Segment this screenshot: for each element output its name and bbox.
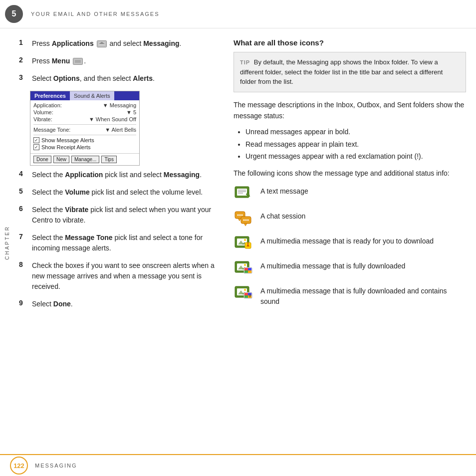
top-bar: 5 YOUR EMAIL AND OTHER MESSAGES [0,0,476,28]
step-1-num: 1 [19,38,30,46]
chapter-sidebar: CHAPTER [0,28,14,457]
text-message-label: A text message [260,184,308,197]
step-6-text: Select the Vibrate pick list and select … [32,205,219,226]
svg-point-16 [238,214,239,216]
text-message-icon [234,184,253,202]
bullet-list: Unread messages appear in bold. Read mes… [245,126,466,162]
svg-point-34 [244,264,246,266]
icon-row-mms-download: A multimedia message that is ready for y… [234,234,466,252]
svg-point-44 [244,289,246,291]
body-text-1: The message descriptions in the Inbox, O… [234,99,466,122]
icon-row-text-message: A text message [234,184,466,202]
step-6-num: 6 [19,205,30,213]
svg-point-17 [239,214,241,216]
screenshot-body: Application: ▼ Messaging Volume: ▼ 5 Vib… [30,100,139,153]
screenshot-buttons: Done New Manage... Tips [30,153,139,165]
row-volume: Volume: ▼ 5 [33,109,136,115]
step-7-text: Select the Message Tone pick list and se… [32,233,219,253]
step-8-num: 8 [19,260,30,268]
bullet-2: Read messages appear in plain text. [245,139,466,150]
chat-session-label: A chat session [260,209,305,222]
check-show-message: ✓ Show Message Alerts [33,137,136,143]
svg-marker-13 [238,219,241,221]
svg-rect-39 [248,270,251,273]
icon-row-mms-downloaded: A multimedia message that is fully downl… [234,259,466,277]
tip-box: TIP By default, the Messaging app shows … [234,52,466,92]
svg-point-26 [244,239,246,241]
tip-label: TIP [240,59,250,65]
mms-sound-label: A multimedia message that is fully downl… [260,284,466,307]
step-2: 2 Press Menu . [19,56,219,66]
icon-row-mms-sound: A multimedia message that is fully downl… [234,284,466,307]
step-1-text: Press Applications and select Messaging. [32,38,181,49]
row-message-tone: Message Tone: ▼ Alert Bells [33,127,136,133]
left-column: 1 Press Applications and select Messagin… [14,28,229,457]
step-9: 9 Select Done. [19,299,219,309]
svg-rect-37 [248,268,251,270]
mms-download-label: A multimedia message that is ready for y… [260,234,434,246]
sidebar-label: CHAPTER [4,226,10,260]
svg-rect-48 [244,295,248,298]
bullet-1: Unread messages appear in bold. [245,126,466,137]
step-2-num: 2 [19,56,30,64]
section-title: What are all those icons? [234,38,466,47]
divider-1 [33,124,136,125]
svg-point-19 [243,219,245,221]
svg-point-18 [241,214,243,216]
step-4-text: Select the Application pick list and sel… [32,170,202,180]
body-text-2: The following icons show the message typ… [234,168,466,179]
step-9-text: Select Done. [32,299,73,309]
step-8: 8 Check the boxes if you want to see ons… [19,260,219,292]
btn-tips[interactable]: Tips [101,156,117,163]
svg-rect-7 [237,189,247,196]
step-5-num: 5 [19,187,30,195]
mms-download-icon [234,234,253,252]
step-9-num: 9 [19,299,30,307]
footer-label: MESSAGING [35,463,77,469]
step-4: 4 Select the Application pick list and s… [19,170,219,180]
step-5-text: Select the Volume pick list and select t… [32,187,203,198]
main-content: CHAPTER 1 Press Applications and select … [0,28,476,457]
top-bar-title: YOUR EMAIL AND OTHER MESSAGES [31,11,159,17]
svg-point-20 [245,219,247,221]
step-4-num: 4 [19,170,30,178]
tip-text: By default, the Messaging app shows the … [240,58,443,85]
chapter-number: 5 [12,9,16,18]
chapter-circle: 5 [5,5,23,23]
step-7-num: 7 [19,233,30,240]
step-7: 7 Select the Message Tone pick list and … [19,233,219,253]
btn-new[interactable]: New [53,156,69,163]
btn-manage[interactable]: Manage... [71,156,99,163]
chat-session-icon [234,209,253,227]
step-3-text: Select Options, and then select Alerts. [32,73,155,84]
bullet-3: Urgent messages appear with a red exclam… [245,151,466,162]
checkbox-show-receipt: ✓ [33,144,39,150]
screenshot-header: Preferences Sound & Alerts [30,91,139,100]
row-vibrate: Vibrate: ▼ When Sound Off [33,116,136,122]
step-6: 6 Select the Vibrate pick list and selec… [19,205,219,226]
mms-sound-icon [234,284,253,302]
page-number: 122 [10,457,28,475]
tab-preferences: Preferences [30,91,70,100]
tab-sound-alerts: Sound & Alerts [70,91,114,100]
right-column: What are all those icons? TIP By default… [229,28,476,457]
menu-icon [73,58,83,65]
applications-icon [97,40,107,47]
btn-done[interactable]: Done [33,156,51,163]
svg-rect-38 [244,270,248,273]
step-8-text: Check the boxes if you want to see onscr… [32,260,219,292]
check-show-receipt: ✓ Show Receipt Alerts [33,144,136,150]
step-5: 5 Select the Volume pick list and select… [19,187,219,198]
step-3-num: 3 [19,73,30,81]
footer: 122 MESSAGING [0,454,476,476]
svg-rect-46 [244,293,248,295]
divider-2 [33,135,136,135]
mms-downloaded-icon [234,259,253,277]
svg-marker-15 [244,224,247,226]
step-3: 3 Select Options, and then select Alerts… [19,73,219,84]
svg-point-21 [247,219,249,221]
checkbox-show-message: ✓ [33,137,39,143]
step-1: 1 Press Applications and select Messagin… [19,38,219,49]
row-application: Application: ▼ Messaging [33,102,136,108]
svg-rect-36 [244,268,248,270]
